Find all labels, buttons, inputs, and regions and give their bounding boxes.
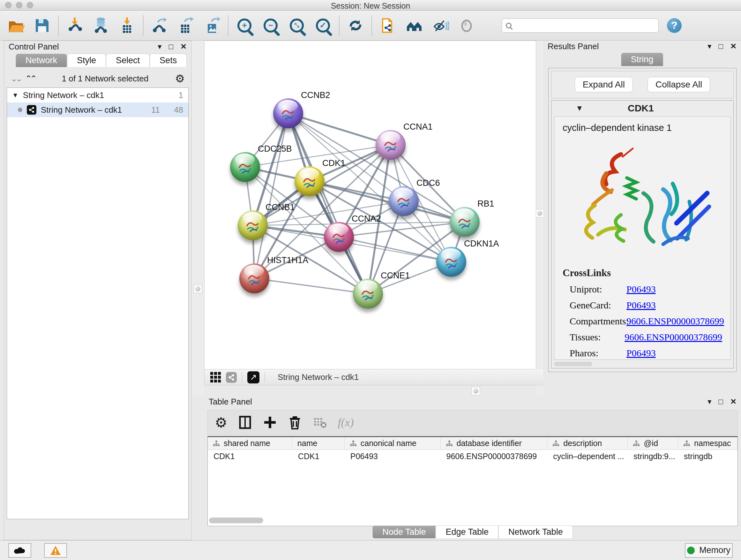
column-header-description[interactable]: description bbox=[547, 437, 628, 449]
left-splitter-handle[interactable] bbox=[194, 285, 202, 293]
tab-string[interactable]: String bbox=[621, 53, 664, 66]
help-icon[interactable]: ? bbox=[667, 18, 682, 33]
column-header-namespac[interactable]: namespac bbox=[678, 437, 738, 449]
search-input[interactable] bbox=[515, 21, 655, 30]
bottom-splitter-handle[interactable] bbox=[472, 387, 480, 395]
collapse-all-button[interactable]: Collapse All bbox=[648, 77, 710, 92]
close-panel-icon[interactable]: ✕ bbox=[180, 42, 187, 51]
show-columns-icon[interactable] bbox=[238, 415, 252, 429]
add-column-icon[interactable] bbox=[263, 415, 277, 429]
edge[interactable] bbox=[288, 113, 391, 145]
cloud-button[interactable] bbox=[8, 543, 31, 558]
close-results-icon[interactable]: ✕ bbox=[730, 42, 737, 51]
birdseye-grid-icon[interactable] bbox=[210, 372, 221, 382]
import-network-icon[interactable] bbox=[66, 17, 84, 35]
right-splitter-handle[interactable] bbox=[536, 209, 544, 217]
edge[interactable] bbox=[254, 278, 368, 294]
network-options-gear-icon[interactable]: ⚙ bbox=[175, 72, 185, 85]
table-cell[interactable]: stringdb bbox=[678, 452, 738, 461]
crosslink-link[interactable]: 9606.ENSP00000378699 bbox=[626, 316, 724, 327]
zoom-in-icon[interactable]: + bbox=[235, 17, 253, 35]
tab-sets[interactable]: Sets bbox=[150, 54, 187, 67]
crosslink-link[interactable]: P06493 bbox=[626, 300, 656, 311]
import-database-icon[interactable] bbox=[92, 17, 110, 35]
node-CCNE1[interactable] bbox=[353, 279, 383, 309]
table-cell[interactable]: P06493 bbox=[345, 452, 441, 461]
tab-network-table[interactable]: Network Table bbox=[498, 525, 573, 538]
table-cell[interactable]: 9606.ENSP00000378699 bbox=[441, 452, 548, 461]
float-results-icon[interactable]: ▾ bbox=[708, 42, 711, 51]
crosslink-link[interactable]: P06493 bbox=[626, 348, 656, 359]
column-header-canonical-name[interactable]: canonical name bbox=[345, 437, 441, 449]
table-cell[interactable]: CDK1 bbox=[292, 452, 345, 461]
left-splitter[interactable] bbox=[192, 41, 204, 396]
refresh-icon[interactable] bbox=[347, 17, 364, 35]
right-splitter[interactable] bbox=[536, 41, 543, 396]
table-cell[interactable]: CDK1 bbox=[208, 452, 292, 461]
expand-all-button[interactable]: Expand All bbox=[575, 77, 633, 92]
column-header-database-identifier[interactable]: database identifier bbox=[441, 437, 548, 449]
detach-view-icon[interactable]: ↗ bbox=[247, 371, 259, 383]
edge[interactable] bbox=[288, 113, 368, 294]
float-panel-icon[interactable]: ▾ bbox=[158, 42, 161, 51]
node-CDC6[interactable] bbox=[389, 186, 419, 216]
edge[interactable] bbox=[339, 222, 465, 237]
node-CDK1[interactable] bbox=[294, 166, 325, 196]
tab-edge-table[interactable]: Edge Table bbox=[435, 525, 498, 538]
search-field[interactable] bbox=[502, 18, 659, 33]
document-share-icon[interactable] bbox=[379, 17, 397, 35]
tab-network[interactable]: Network bbox=[16, 54, 67, 67]
zoom-out-icon[interactable]: − bbox=[262, 17, 280, 35]
zoom-fit-icon[interactable]: ⤡ bbox=[288, 17, 306, 35]
table-cell[interactable]: cyclin–dependent ... bbox=[547, 452, 628, 461]
node-HIST1H1A[interactable] bbox=[239, 263, 269, 294]
maximize-results-icon[interactable]: □ bbox=[718, 42, 723, 51]
close-table-icon[interactable]: ✕ bbox=[730, 397, 737, 406]
column-header-@id[interactable]: @id bbox=[628, 437, 678, 449]
export-image-icon[interactable] bbox=[203, 17, 221, 35]
node-CCNB2[interactable] bbox=[273, 98, 303, 128]
zoom-selected-icon[interactable]: ✓ bbox=[314, 17, 332, 35]
tab-select[interactable]: Select bbox=[106, 54, 150, 67]
hide-eye-icon[interactable] bbox=[431, 17, 449, 35]
table-cell[interactable]: stringdb:9... bbox=[628, 452, 678, 461]
collapse-all-icon[interactable]: ⌄⌄ bbox=[10, 74, 21, 84]
node-CDKN1A[interactable] bbox=[436, 247, 466, 277]
section-collapse-icon[interactable]: ▼ bbox=[576, 104, 583, 113]
network-view[interactable]: CCNB2CCNA1CDC25BCDK1CDC6RB1CCNB1CCNA2CDK… bbox=[204, 41, 536, 369]
table-options-gear-icon[interactable]: ⚙ bbox=[215, 415, 227, 431]
open-folder-icon[interactable] bbox=[7, 17, 25, 35]
expand-all-icon[interactable]: ⌃⌃ bbox=[25, 74, 36, 84]
collection-expand-icon[interactable]: ▼ bbox=[12, 91, 18, 99]
node-RB1[interactable] bbox=[450, 207, 480, 237]
network-row-selected[interactable]: String Network – cdk1 11 48 bbox=[7, 103, 188, 117]
save-floppy-icon[interactable] bbox=[33, 17, 51, 35]
node-CDC25B[interactable] bbox=[230, 152, 260, 182]
eye-icon[interactable] bbox=[458, 17, 475, 35]
results-hscrollbar[interactable] bbox=[554, 362, 592, 366]
warning-button[interactable] bbox=[44, 543, 67, 558]
crosslink-link[interactable]: P06493 bbox=[626, 284, 656, 295]
maximize-panel-icon[interactable]: □ bbox=[169, 42, 173, 51]
crosslink-row: GeneCard:P06493 bbox=[562, 300, 722, 311]
node-CCNB1[interactable] bbox=[238, 210, 268, 240]
delete-column-icon[interactable] bbox=[288, 415, 302, 429]
homes-icon[interactable] bbox=[405, 17, 423, 35]
crosslink-link[interactable]: 9606.ENSP00000378699 bbox=[624, 332, 722, 343]
import-table-icon[interactable] bbox=[118, 17, 136, 35]
node-CCNA2[interactable] bbox=[324, 222, 354, 252]
maximize-table-icon[interactable]: □ bbox=[718, 397, 723, 406]
export-table-icon[interactable] bbox=[177, 17, 195, 35]
network-collection-row[interactable]: ▼ String Network – cdk1 1 bbox=[7, 88, 188, 103]
tab-style[interactable]: Style bbox=[67, 54, 106, 67]
network-overview-icon[interactable] bbox=[226, 372, 237, 383]
table-hscrollbar[interactable] bbox=[209, 517, 263, 523]
memory-button[interactable]: Memory bbox=[685, 543, 733, 558]
column-header-name[interactable]: name bbox=[292, 437, 345, 449]
node-CCNA1[interactable] bbox=[376, 130, 406, 160]
tab-node-table[interactable]: Node Table bbox=[373, 525, 435, 538]
column-header-shared-name[interactable]: shared name bbox=[208, 437, 292, 449]
float-table-icon[interactable]: ▾ bbox=[708, 397, 711, 406]
export-network-icon[interactable] bbox=[151, 17, 169, 35]
node-table[interactable]: shared namenamecanonical namedatabase id… bbox=[207, 436, 738, 526]
